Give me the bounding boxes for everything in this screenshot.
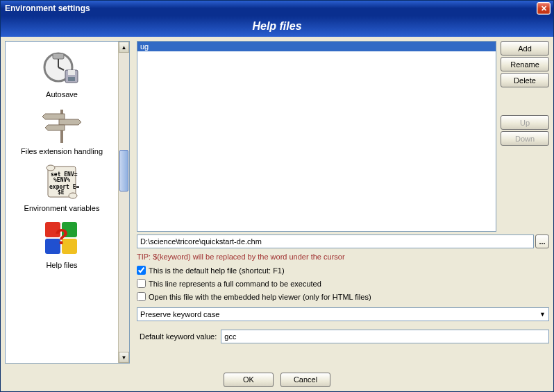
sidebar-list: Autosave Files extension handling [6, 42, 118, 363]
signpost-icon [41, 104, 83, 146]
svg-text:%ENV%: %ENV% [53, 177, 70, 183]
svg-text:export E=: export E= [49, 184, 80, 190]
page-title: Help files [252, 20, 301, 33]
delete-button[interactable]: Delete [501, 73, 549, 87]
titlebar: Environment settings ✕ [1, 1, 553, 16]
dialog-body: Autosave Files extension handling [1, 37, 553, 368]
up-button[interactable]: Up [501, 115, 549, 130]
svg-text:$E: $E [58, 189, 65, 196]
path-input[interactable] [137, 235, 534, 248]
svg-point-13 [69, 193, 77, 198]
scroll-up-button[interactable]: ▲ [119, 42, 129, 53]
chevron-down-icon: ▼ [539, 311, 546, 318]
svg-text:?: ? [55, 224, 69, 249]
main-column: ug Add Rename Delete Up Down ... TIP [137, 41, 549, 364]
checkbox-default-help: This is the default help file (shortcut:… [137, 265, 549, 275]
svg-marker-9 [59, 119, 81, 125]
default-keyword-row: Default keyword value: [137, 330, 549, 343]
sidebar-item-file-extension[interactable]: Files extension handling [19, 103, 104, 157]
windows-help-icon: ? [41, 218, 83, 259]
sidebar: Autosave Files extension handling [5, 41, 130, 364]
path-row: ... [137, 235, 549, 248]
svg-point-12 [47, 165, 55, 171]
help-files-listbox[interactable]: ug [137, 41, 496, 232]
svg-rect-6 [68, 77, 75, 81]
window-title: Environment settings [3, 3, 537, 13]
add-button[interactable]: Add [501, 41, 549, 56]
close-icon: ✕ [541, 4, 547, 13]
close-button[interactable]: ✕ [537, 2, 551, 15]
sidebar-item-label: Environment variables [24, 203, 100, 212]
sidebar-scrollbar[interactable]: ▲ ▼ [118, 42, 129, 363]
tip-text: TIP: $(keyword) will be replaced by the … [137, 251, 549, 262]
rename-button[interactable]: Rename [501, 57, 549, 71]
down-button[interactable]: Down [501, 131, 549, 146]
default-keyword-label: Default keyword value: [137, 332, 217, 341]
case-select[interactable]: Preserve keyword case ▼ [137, 307, 549, 321]
svg-rect-5 [68, 70, 75, 75]
sidebar-item-env-vars[interactable]: set ENV= %ENV% export E= $E Environment … [23, 160, 101, 214]
checkbox-full-command: This line represents a full command to b… [137, 278, 549, 289]
sidebar-item-label: Help files [46, 259, 77, 269]
svg-rect-1 [53, 53, 64, 59]
embedded-viewer-checkbox[interactable] [137, 292, 146, 301]
case-select-value: Preserve keyword case [140, 310, 219, 318]
scroll-track[interactable] [119, 53, 129, 352]
svg-marker-8 [42, 114, 65, 119]
dialog-window: Environment settings ✕ Help files [0, 0, 554, 392]
embedded-viewer-label[interactable]: Open this file with the embedded help vi… [149, 293, 371, 301]
list-buttons: Add Rename Delete Up Down [501, 41, 549, 232]
ok-button[interactable]: OK [224, 373, 274, 387]
scroll-icon: set ENV= %ENV% export E= $E [41, 161, 83, 203]
list-item[interactable]: ug [137, 42, 496, 51]
scroll-down-button[interactable]: ▼ [119, 352, 129, 363]
default-help-label[interactable]: This is the default help file (shortcut:… [149, 266, 285, 275]
scroll-thumb[interactable] [119, 150, 128, 191]
sidebar-item-label: Autosave [46, 89, 78, 99]
clock-disk-icon [41, 47, 83, 89]
checkbox-embedded-viewer: Open this file with the embedded help vi… [137, 291, 549, 302]
page-header: Help files [1, 16, 553, 37]
default-keyword-input[interactable] [221, 330, 549, 343]
full-command-label[interactable]: This line represents a full command to b… [149, 280, 321, 288]
sidebar-item-label: Files extension handling [21, 146, 103, 155]
full-command-checkbox[interactable] [137, 279, 146, 288]
sidebar-item-autosave[interactable]: Autosave [40, 46, 84, 100]
main-panel: ug Add Rename Delete Up Down ... TIP [137, 41, 549, 364]
dialog-footer: OK Cancel [1, 368, 553, 391]
svg-marker-10 [45, 125, 65, 130]
sidebar-item-help-files[interactable]: ? Help files [40, 216, 84, 271]
cancel-button[interactable]: Cancel [280, 373, 330, 387]
browse-button[interactable]: ... [535, 235, 549, 248]
default-help-checkbox[interactable] [137, 266, 146, 275]
